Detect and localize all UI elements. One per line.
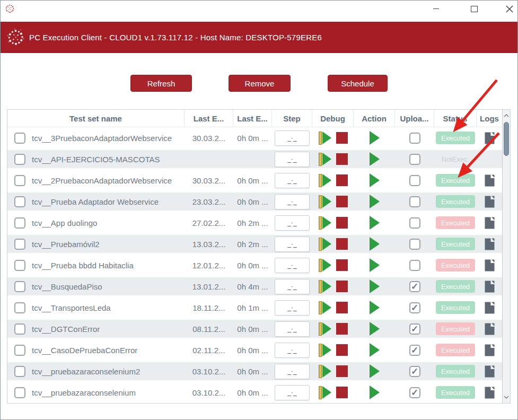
- run-icon[interactable]: [370, 258, 380, 272]
- logs-icon[interactable]: [485, 259, 495, 272]
- row-select-checkbox[interactable]: [14, 196, 25, 207]
- step-input[interactable]: [275, 258, 310, 273]
- logs-icon[interactable]: [485, 196, 495, 208]
- schedule-button[interactable]: Schedule: [328, 75, 388, 92]
- upload-checkbox[interactable]: [409, 323, 420, 335]
- row-select-checkbox[interactable]: [14, 260, 25, 271]
- column-header-test-set-name[interactable]: Test set name: [7, 110, 185, 127]
- run-icon[interactable]: [370, 173, 380, 187]
- column-header-step[interactable]: Step: [272, 110, 312, 127]
- upload-checkbox[interactable]: [409, 387, 420, 398]
- step-input[interactable]: [275, 300, 310, 316]
- debug-play-icon[interactable]: [319, 132, 331, 145]
- upload-checkbox[interactable]: [409, 196, 420, 207]
- step-input[interactable]: [275, 215, 310, 231]
- logs-icon[interactable]: [485, 132, 495, 144]
- debug-play-icon[interactable]: [319, 153, 331, 166]
- stop-icon[interactable]: [336, 259, 348, 271]
- upload-checkbox[interactable]: [409, 175, 420, 186]
- upload-checkbox[interactable]: [409, 217, 420, 229]
- logs-icon[interactable]: [485, 387, 495, 399]
- run-icon[interactable]: [370, 195, 380, 208]
- debug-play-icon[interactable]: [319, 344, 331, 357]
- upload-checkbox[interactable]: [409, 260, 420, 271]
- row-select-checkbox[interactable]: [14, 133, 25, 144]
- logs-icon[interactable]: [485, 302, 495, 314]
- logs-icon[interactable]: [485, 217, 495, 229]
- row-select-checkbox[interactable]: [14, 239, 25, 250]
- run-icon[interactable]: [370, 152, 380, 166]
- logs-icon[interactable]: [485, 238, 495, 250]
- row-select-checkbox[interactable]: [14, 302, 25, 313]
- run-icon[interactable]: [370, 364, 380, 378]
- debug-play-icon[interactable]: [319, 259, 331, 272]
- debug-play-icon[interactable]: [319, 195, 331, 208]
- step-input[interactable]: [275, 385, 310, 400]
- scroll-down-button[interactable]: [503, 393, 510, 401]
- logs-icon[interactable]: [485, 365, 495, 378]
- step-input[interactable]: [275, 152, 310, 167]
- close-button[interactable]: [497, 1, 518, 17]
- logs-icon[interactable]: [485, 281, 495, 293]
- upload-checkbox[interactable]: [409, 133, 420, 144]
- debug-play-icon[interactable]: [319, 174, 331, 187]
- run-icon[interactable]: [370, 279, 380, 293]
- logs-icon[interactable]: [485, 323, 495, 335]
- row-select-checkbox[interactable]: [14, 281, 25, 292]
- scrollbar-thumb[interactable]: [504, 122, 509, 156]
- upload-checkbox[interactable]: [409, 302, 420, 313]
- row-select-checkbox[interactable]: [14, 217, 25, 229]
- run-icon[interactable]: [370, 237, 380, 251]
- debug-play-icon[interactable]: [319, 365, 331, 378]
- column-header-last-exec-date[interactable]: Last E...: [185, 110, 233, 127]
- step-input[interactable]: [275, 237, 310, 252]
- row-select-checkbox[interactable]: [14, 175, 25, 186]
- debug-play-icon[interactable]: [319, 322, 331, 336]
- step-input[interactable]: [275, 194, 310, 209]
- stop-icon[interactable]: [336, 132, 348, 144]
- column-header-action[interactable]: Action: [354, 110, 395, 127]
- stop-icon[interactable]: [336, 365, 348, 377]
- logs-icon[interactable]: [485, 174, 495, 187]
- upload-checkbox[interactable]: [409, 281, 420, 292]
- step-input[interactable]: [275, 343, 310, 358]
- upload-checkbox[interactable]: [409, 345, 420, 356]
- debug-play-icon[interactable]: [319, 280, 331, 293]
- upload-checkbox[interactable]: [409, 154, 420, 165]
- run-icon[interactable]: [370, 301, 380, 314]
- stop-icon[interactable]: [336, 323, 348, 335]
- stop-icon[interactable]: [336, 196, 348, 207]
- step-input[interactable]: [275, 173, 310, 188]
- row-select-checkbox[interactable]: [14, 345, 25, 356]
- scroll-up-button[interactable]: [503, 111, 510, 120]
- row-select-checkbox[interactable]: [14, 387, 25, 398]
- column-header-debug[interactable]: Debug: [312, 110, 354, 127]
- row-select-checkbox[interactable]: [14, 323, 25, 335]
- minimize-button[interactable]: [424, 1, 448, 17]
- stop-icon[interactable]: [336, 174, 348, 186]
- logs-icon[interactable]: [485, 344, 495, 356]
- run-icon[interactable]: [370, 131, 380, 145]
- debug-play-icon[interactable]: [319, 238, 331, 251]
- run-icon[interactable]: [370, 343, 380, 357]
- run-icon[interactable]: [370, 322, 380, 336]
- refresh-button[interactable]: Refresh: [130, 75, 192, 92]
- stop-icon[interactable]: [336, 387, 348, 398]
- stop-icon[interactable]: [336, 238, 348, 250]
- stop-icon[interactable]: [336, 153, 348, 165]
- row-select-checkbox[interactable]: [14, 366, 25, 377]
- stop-icon[interactable]: [336, 217, 348, 229]
- stop-icon[interactable]: [336, 302, 348, 313]
- step-input[interactable]: [275, 279, 310, 294]
- debug-play-icon[interactable]: [319, 386, 331, 399]
- debug-play-icon[interactable]: [319, 301, 331, 314]
- debug-play-icon[interactable]: [319, 216, 331, 230]
- stop-icon[interactable]: [336, 344, 348, 356]
- step-input[interactable]: [275, 130, 310, 146]
- run-icon[interactable]: [370, 386, 380, 399]
- stop-icon[interactable]: [336, 281, 348, 292]
- row-select-checkbox[interactable]: [14, 154, 25, 165]
- upload-checkbox[interactable]: [409, 239, 420, 250]
- remove-button[interactable]: Remove: [229, 75, 291, 92]
- step-input[interactable]: [275, 321, 310, 337]
